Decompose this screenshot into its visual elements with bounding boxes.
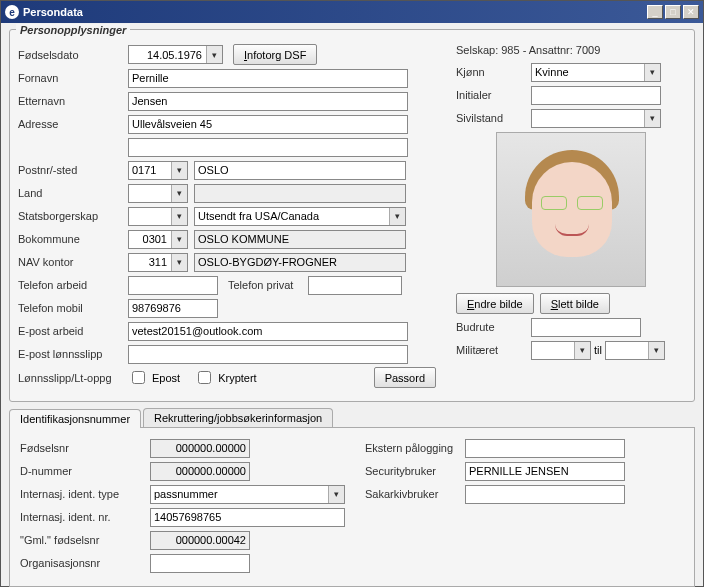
chevron-down-icon	[328, 486, 344, 503]
infotorg-dsf-button[interactable]: Infotorg DSF	[233, 44, 317, 65]
ident-type-value: passnummer	[154, 488, 218, 500]
photo-placeholder	[497, 132, 645, 287]
fodselsnr-input	[150, 439, 250, 458]
epost-arbeid-label: E-post arbeid	[18, 325, 128, 337]
slett-bilde-button[interactable]: Slett bilde	[540, 293, 610, 314]
initialer-input[interactable]	[531, 86, 661, 105]
adresse2-input[interactable]	[128, 138, 408, 157]
kjonn-select[interactable]: Kvinne	[531, 63, 661, 82]
statsborgerskap-select[interactable]	[128, 207, 188, 226]
navkontor-name-input	[194, 253, 406, 272]
sivilstand-label: Sivilstand	[456, 112, 531, 124]
chevron-down-icon	[171, 231, 187, 248]
dnummer-input	[150, 462, 250, 481]
ident-type-label: Internasj. ident. type	[20, 488, 150, 500]
epost-lonn-label: E-post lønnsslipp	[18, 348, 128, 360]
tlf-mobil-input[interactable]	[128, 299, 218, 318]
land-label: Land	[18, 187, 128, 199]
militaret-label: Militæret	[456, 344, 531, 356]
tab-identifikasjonsnummer[interactable]: Identifikasjonsnummer	[9, 409, 141, 428]
chevron-down-icon	[574, 342, 590, 359]
lonnslipp-label: Lønnsslipp/Lt-oppg	[18, 372, 128, 384]
chevron-down-icon	[644, 110, 660, 127]
tab-rekruttering[interactable]: Rekruttering/jobbsøkerinformasjon	[143, 408, 333, 427]
app-icon: e	[5, 5, 19, 19]
poststed-input[interactable]	[194, 161, 406, 180]
chevron-down-icon	[171, 208, 187, 225]
tlf-mobil-label: Telefon mobil	[18, 302, 128, 314]
land-select[interactable]	[128, 184, 188, 203]
dnummer-label: D-nummer	[20, 465, 150, 477]
fornavn-input[interactable]	[128, 69, 408, 88]
passord-button[interactable]: Passord	[374, 367, 436, 388]
til-label: til	[591, 344, 605, 356]
fodselsnr-label: Fødselsnr	[20, 442, 150, 454]
content-area: Personopplysninger Fødselsdato 14.05.197…	[1, 23, 703, 587]
etternavn-input[interactable]	[128, 92, 408, 111]
statsborgerskap-text-select[interactable]: Utsendt fra USA/Canada	[194, 207, 406, 226]
maximize-button[interactable]: □	[665, 5, 681, 19]
budrute-input[interactable]	[531, 318, 641, 337]
epost-arbeid-input[interactable]	[128, 322, 408, 341]
sivilstand-select[interactable]	[531, 109, 661, 128]
close-button[interactable]: ✕	[683, 5, 699, 19]
postnr-label: Postnr/-sted	[18, 164, 128, 176]
fornavn-label: Fornavn	[18, 72, 128, 84]
selskap-ansattnr-info: Selskap: 985 - Ansattnr: 7009	[456, 44, 686, 56]
window-title: Persondata	[23, 6, 647, 18]
bokommune-label: Bokommune	[18, 233, 128, 245]
initialer-label: Initialer	[456, 89, 531, 101]
group-title: Personopplysninger	[16, 24, 130, 36]
navkontor-value: 311	[149, 256, 167, 268]
tlf-arbeid-input[interactable]	[128, 276, 218, 295]
gml-fodselsnr-input	[150, 531, 250, 550]
sakarkiv-label: Sakarkivbruker	[365, 488, 465, 500]
tab-strip: Identifikasjonsnummer Rekruttering/jobbs…	[9, 408, 695, 427]
tlf-privat-input[interactable]	[308, 276, 402, 295]
kjonn-label: Kjønn	[456, 66, 531, 78]
security-input[interactable]	[465, 462, 625, 481]
persondata-window: e Persondata _ □ ✕ Personopplysninger Fø…	[0, 0, 704, 587]
orgnr-input[interactable]	[150, 554, 250, 573]
bokommune-select[interactable]: 0301	[128, 230, 188, 249]
kryptert-checkbox[interactable]: Kryptert	[194, 368, 257, 387]
militar-til-select[interactable]	[605, 341, 665, 360]
land-name-input	[194, 184, 406, 203]
ident-type-select[interactable]: passnummer	[150, 485, 345, 504]
statsborgerskap-label: Statsborgerskap	[18, 210, 128, 222]
person-photo	[496, 132, 646, 287]
endre-bilde-button[interactable]: Endre bilde	[456, 293, 534, 314]
tlf-privat-label: Telefon privat	[228, 279, 308, 291]
postnr-select[interactable]: 0171	[128, 161, 188, 180]
orgnr-label: Organisasjonsnr	[20, 557, 150, 569]
left-column: Fødselsdato 14.05.1976 Infotorg DSF Forn…	[18, 44, 436, 391]
epost-lonn-input[interactable]	[128, 345, 408, 364]
navkontor-select[interactable]: 311	[128, 253, 188, 272]
kjonn-value: Kvinne	[535, 66, 569, 78]
tlf-arbeid-label: Telefon arbeid	[18, 279, 128, 291]
militar-fra-select[interactable]	[531, 341, 591, 360]
chevron-down-icon	[389, 208, 405, 225]
ekstern-input[interactable]	[465, 439, 625, 458]
gml-fodselsnr-label: "Gml." fødselsnr	[20, 534, 150, 546]
fodselsdato-select[interactable]: 14.05.1976	[128, 45, 223, 64]
title-bar: e Persondata _ □ ✕	[1, 1, 703, 23]
fodselsdato-value: 14.05.1976	[147, 49, 202, 61]
adresse-input[interactable]	[128, 115, 408, 134]
ident-nr-input[interactable]	[150, 508, 345, 527]
adresse-label: Adresse	[18, 118, 128, 130]
postnr-value: 0171	[132, 164, 156, 176]
chevron-down-icon	[206, 46, 222, 63]
minimize-button[interactable]: _	[647, 5, 663, 19]
fodselsdato-label: Fødselsdato	[18, 49, 128, 61]
window-controls: _ □ ✕	[647, 5, 699, 19]
epost-checkbox[interactable]: Epost	[128, 368, 180, 387]
chevron-down-icon	[171, 185, 187, 202]
navkontor-label: NAV kontor	[18, 256, 128, 268]
sakarkiv-input[interactable]	[465, 485, 625, 504]
etternavn-label: Etternavn	[18, 95, 128, 107]
chevron-down-icon	[171, 254, 187, 271]
ident-nr-label: Internasj. ident. nr.	[20, 511, 150, 523]
tab-pane-identifikasjon: Fødselsnr D-nummer Internasj. ident. typ…	[9, 427, 695, 587]
bokommune-value: 0301	[143, 233, 167, 245]
